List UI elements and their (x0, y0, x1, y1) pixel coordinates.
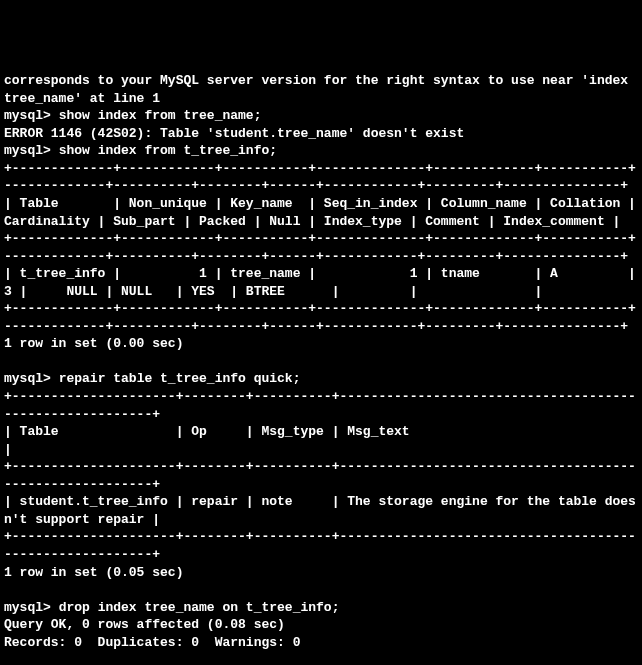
index-border-top: +-------------+------------+-----------+… (4, 160, 638, 195)
intro-line: corresponds to your MySQL server version… (4, 72, 638, 107)
prompt-line-3: mysql> repair table t_tree_info quick; (4, 370, 638, 388)
command-1: show index from tree_name; (59, 108, 262, 123)
error-1: ERROR 1146 (42S02): Table 'student.tree_… (4, 125, 638, 143)
prompt: mysql> (4, 108, 51, 123)
prompt: mysql> (4, 143, 51, 158)
repair-border-mid: +---------------------+--------+--------… (4, 458, 638, 493)
mysql-terminal[interactable]: corresponds to your MySQL server version… (0, 70, 642, 665)
index-border-mid: +-------------+------------+-----------+… (4, 230, 638, 265)
drop-result-1: Query OK, 0 rows affected (0.08 sec) (4, 616, 638, 634)
blank (4, 581, 638, 599)
repair-row: | student.t_tree_info | repair | note | … (4, 493, 638, 528)
prompt-line-4: mysql> drop index tree_name on t_tree_in… (4, 599, 638, 617)
repair-footer: 1 row in set (0.05 sec) (4, 564, 638, 582)
prompt: mysql> (4, 600, 51, 615)
command-4: drop index tree_name on t_tree_info; (59, 600, 340, 615)
drop-result-2: Records: 0 Duplicates: 0 Warnings: 0 (4, 634, 638, 652)
index-header: | Table | Non_unique | Key_name | Seq_in… (4, 195, 638, 230)
index-border-bot: +-------------+------------+-----------+… (4, 300, 638, 335)
command-2: show index from t_tree_info; (59, 143, 277, 158)
blank (4, 651, 638, 665)
index-row-1: | t_tree_info | 1 | tree_name | 1 | tnam… (4, 265, 638, 300)
prompt: mysql> (4, 371, 51, 386)
prompt-line-1: mysql> show index from tree_name; (4, 107, 638, 125)
repair-border-top: +---------------------+--------+--------… (4, 388, 638, 423)
prompt-line-2: mysql> show index from t_tree_info; (4, 142, 638, 160)
repair-header: | Table | Op | Msg_type | Msg_text | (4, 423, 638, 458)
blank (4, 353, 638, 371)
command-3: repair table t_tree_info quick; (59, 371, 301, 386)
repair-border-bot: +---------------------+--------+--------… (4, 528, 638, 563)
index-footer: 1 row in set (0.00 sec) (4, 335, 638, 353)
